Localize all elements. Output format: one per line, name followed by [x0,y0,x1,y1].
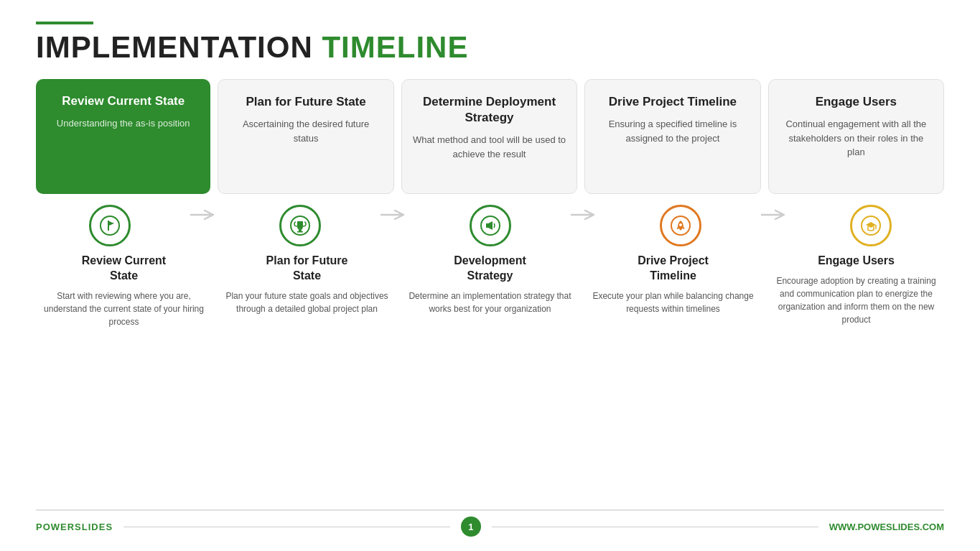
timeline-circle-1 [89,205,131,246]
card-title-3: Determine Deployment Strategy [413,94,566,126]
bottom-desc-5: Encourage adoption by creating a trainin… [772,274,941,326]
bottom-row: Review CurrentState Start with reviewing… [36,254,944,506]
timeline-arrow-2 [373,208,416,222]
card-plan-future-state: Plan for Future State Ascertaining the d… [218,79,393,194]
bottom-desc-2: Plan your future state goals and objecti… [223,290,391,315]
timeline-arrow-1 [183,208,226,222]
footer-line-left [123,527,450,527]
bottom-item-4: Drive ProjectTimeline Execute your plan … [585,254,761,506]
footer: POWERSLIDES 1 WWW.POWESLIDES.COM [36,509,944,537]
card-review-current-state: Review Current State Understanding the a… [36,79,210,194]
trophy-icon [290,216,310,236]
flag-icon [100,216,120,236]
timeline-item-3 [416,205,564,246]
card-desc-1: Understanding the as-is position [57,116,190,131]
card-desc-2: Ascertaining the desired future status [229,117,382,145]
timeline-arrow-4 [754,208,797,222]
card-drive-project: Drive Project Timeline Ensuring a specif… [584,79,760,194]
card-title-4: Drive Project Timeline [609,94,737,110]
timeline-circle-4 [660,205,701,246]
card-desc-4: Ensuring a specified timeline is assigne… [596,117,749,145]
svg-point-7 [679,223,682,226]
bottom-item-2: Plan for FutureState Plan your future st… [219,254,395,506]
timeline-circle-5 [850,205,892,246]
bottom-item-5: Engage Users Encourage adoption by creat… [768,254,944,506]
top-cards-row: Review Current State Understanding the a… [36,79,944,194]
card-determine-deployment: Determine Deployment Strategy What metho… [401,79,577,194]
svg-rect-3 [299,230,302,231]
page-title: IMPLEMENTATION TIMELINE [36,30,944,65]
header: IMPLEMENTATION TIMELINE [36,22,944,65]
bottom-title-5: Engage Users [818,254,895,269]
card-desc-5: Continual engagement with all the stakeh… [780,117,933,159]
card-engage-users: Engage Users Continual engagement with a… [768,79,944,194]
bottom-title-1: Review CurrentState [82,254,166,284]
svg-rect-1 [108,221,109,231]
bottom-item-1: Review CurrentState Start with reviewing… [36,254,212,506]
footer-page-number: 1 [461,517,481,537]
svg-point-0 [101,216,119,235]
card-title-2: Plan for Future State [246,94,366,110]
timeline-item-1 [36,205,183,246]
footer-url: WWW.POWESLIDES.COM [829,522,944,532]
timeline-row [36,205,944,246]
timeline-circle-2 [279,205,321,246]
footer-brand-left: POWERSLIDES [36,522,113,532]
rocket-icon [671,216,691,236]
timeline-item-5 [797,205,944,246]
megaphone-icon [480,216,500,236]
bottom-item-3: DevelopmentStrategy Determine an impleme… [402,254,578,506]
timeline-item-2 [226,205,373,246]
timeline-item-4 [607,205,754,246]
timeline-arrow-3 [564,208,607,222]
card-title-5: Engage Users [816,94,897,110]
svg-rect-4 [297,231,303,233]
footer-line-right [492,527,818,527]
bottom-desc-4: Execute your plan while balancing change… [589,290,757,315]
timeline-circle-3 [470,205,511,246]
title-green: TIMELINE [322,30,468,64]
title-black: IMPLEMENTATION [36,30,322,64]
header-accent-line [36,22,93,24]
page-container: IMPLEMENTATION TIMELINE Review Current S… [0,0,980,551]
card-title-1: Review Current State [62,93,185,109]
bottom-desc-3: Determine an implementation strategy tha… [406,290,574,315]
bottom-title-2: Plan for FutureState [266,254,348,284]
graduation-icon [861,216,881,236]
bottom-title-4: Drive ProjectTimeline [638,254,709,284]
bottom-title-3: DevelopmentStrategy [454,254,526,284]
card-desc-3: What method and tool will be used to ach… [413,133,566,161]
bottom-desc-1: Start with reviewing where you are, unde… [39,290,208,328]
